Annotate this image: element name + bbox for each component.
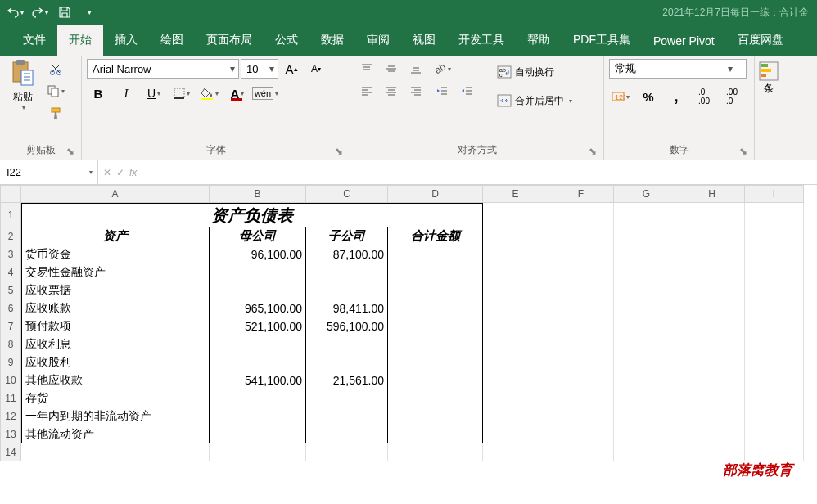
cell[interactable]: [548, 281, 614, 299]
cell[interactable]: [745, 263, 804, 281]
tab-帮助[interactable]: 帮助: [516, 25, 562, 56]
save-button[interactable]: [54, 2, 75, 23]
cell[interactable]: [388, 335, 483, 353]
cell[interactable]: [614, 245, 679, 263]
cell[interactable]: [388, 353, 483, 371]
cell[interactable]: [210, 353, 306, 371]
cell[interactable]: [745, 203, 804, 227]
phonetic-button[interactable]: wén▾: [254, 83, 277, 103]
cell[interactable]: [548, 203, 614, 227]
align-launcher-icon[interactable]: ⬊: [587, 146, 598, 157]
cell[interactable]: [614, 227, 679, 245]
cell[interactable]: 21,561.00: [306, 371, 388, 389]
cell[interactable]: [745, 299, 804, 317]
tab-开始[interactable]: 开始: [57, 25, 103, 56]
decrease-font-button[interactable]: A▾: [305, 59, 327, 79]
cell[interactable]: 应收票据: [21, 281, 210, 299]
cell[interactable]: [483, 371, 548, 389]
cell[interactable]: [210, 281, 306, 299]
increase-indent-button[interactable]: [455, 81, 478, 101]
tab-PDF工具集[interactable]: PDF工具集: [562, 25, 642, 56]
cell[interactable]: [679, 245, 745, 263]
align-top-button[interactable]: [355, 59, 378, 79]
cell[interactable]: [745, 245, 804, 263]
cell[interactable]: 其他流动资产: [21, 425, 210, 443]
cell[interactable]: [483, 335, 548, 353]
name-box[interactable]: ▾: [0, 160, 98, 184]
cell[interactable]: [614, 389, 679, 407]
cell[interactable]: [483, 227, 548, 245]
row-header[interactable]: 2: [0, 227, 21, 245]
cell[interactable]: [306, 335, 388, 353]
col-header[interactable]: D: [388, 185, 483, 203]
cut-button[interactable]: [44, 59, 67, 79]
cell[interactable]: [306, 443, 388, 461]
tab-插入[interactable]: 插入: [103, 25, 149, 56]
underline-button[interactable]: U▾: [142, 83, 165, 103]
cell[interactable]: [483, 203, 548, 227]
cell[interactable]: [388, 245, 483, 263]
cell[interactable]: [210, 263, 306, 281]
cell[interactable]: [483, 263, 548, 281]
cell[interactable]: [388, 263, 483, 281]
cell[interactable]: 596,100.00: [306, 317, 388, 335]
cell[interactable]: [679, 389, 745, 407]
col-header[interactable]: H: [679, 185, 745, 203]
col-header[interactable]: A: [21, 185, 210, 203]
cell[interactable]: [679, 263, 745, 281]
cell[interactable]: [388, 425, 483, 443]
cell[interactable]: [210, 389, 306, 407]
cell[interactable]: [21, 443, 210, 461]
tab-视图[interactable]: 视图: [401, 25, 447, 56]
row-header[interactable]: 9: [0, 353, 21, 371]
tab-Power Pivot[interactable]: Power Pivot: [642, 26, 726, 56]
decrease-indent-button[interactable]: [431, 81, 454, 101]
italic-button[interactable]: I: [115, 83, 138, 103]
cell[interactable]: [548, 263, 614, 281]
border-button[interactable]: ▾: [170, 83, 193, 103]
cell[interactable]: [483, 353, 548, 371]
cell[interactable]: [306, 425, 388, 443]
cell[interactable]: [306, 281, 388, 299]
paste-button[interactable]: 粘贴 ▾: [5, 57, 41, 113]
bold-button[interactable]: B: [87, 83, 110, 103]
cell[interactable]: [210, 425, 306, 443]
cell[interactable]: [548, 317, 614, 335]
cell[interactable]: [614, 353, 679, 371]
cell[interactable]: [388, 317, 483, 335]
cancel-formula-button[interactable]: ✕: [103, 167, 111, 178]
cell[interactable]: 子公司: [306, 227, 388, 245]
cell[interactable]: [614, 371, 679, 389]
tab-公式[interactable]: 公式: [264, 25, 309, 56]
increase-decimal-button[interactable]: .0.00: [693, 87, 715, 106]
row-header[interactable]: 10: [0, 371, 21, 389]
cell[interactable]: 预付款项: [21, 317, 210, 335]
cell[interactable]: [614, 299, 679, 317]
cell[interactable]: [210, 443, 306, 461]
col-header[interactable]: C: [306, 185, 388, 203]
redo-button[interactable]: ▾: [29, 2, 51, 23]
cell[interactable]: [210, 335, 306, 353]
orientation-button[interactable]: ab▾: [431, 59, 454, 79]
cell[interactable]: [745, 281, 804, 299]
row-header[interactable]: 12: [0, 407, 21, 425]
cell[interactable]: 应收股利: [21, 353, 210, 371]
cell[interactable]: [548, 245, 614, 263]
clipboard-launcher-icon[interactable]: ⬊: [65, 146, 76, 157]
fx-button[interactable]: fx: [129, 167, 137, 178]
select-all-corner[interactable]: [0, 185, 21, 203]
cell[interactable]: [614, 407, 679, 425]
cell[interactable]: [306, 407, 388, 425]
cell[interactable]: [679, 203, 745, 227]
cell[interactable]: [679, 299, 745, 317]
col-header[interactable]: G: [614, 185, 679, 203]
cell[interactable]: [614, 281, 679, 299]
cell[interactable]: [614, 335, 679, 353]
row-header[interactable]: 11: [0, 389, 21, 407]
cell[interactable]: 资产负债表: [21, 203, 483, 227]
cell[interactable]: [483, 245, 548, 263]
font-color-button[interactable]: A▾: [226, 83, 249, 103]
cell-grid[interactable]: 资产负债表资产母公司子公司合计金额货币资金96,100.0087,100.00交…: [21, 203, 804, 461]
copy-button[interactable]: ▾: [44, 81, 67, 101]
cell[interactable]: [548, 389, 614, 407]
